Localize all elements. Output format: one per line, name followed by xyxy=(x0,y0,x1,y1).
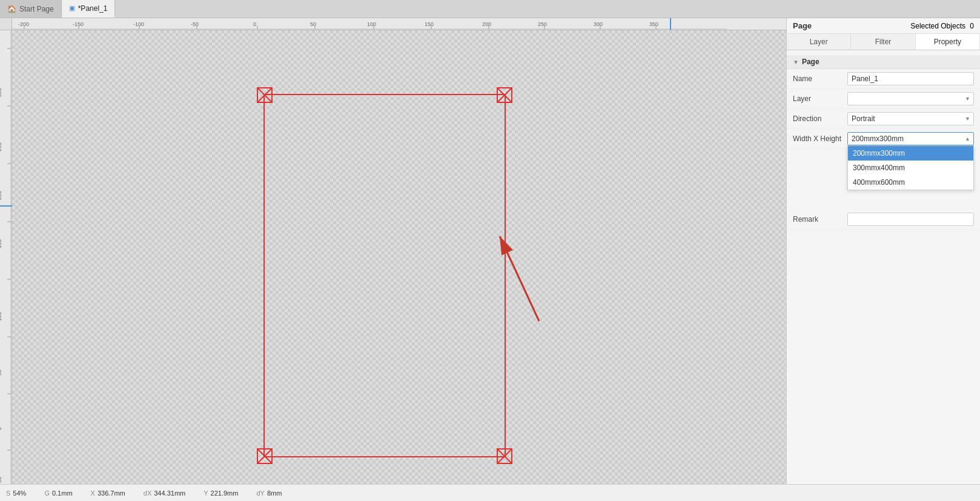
width-height-display[interactable]: 200mmx300mm xyxy=(847,132,974,145)
width-height-property-row: Width X Height 200mmx300mm 200mmx300mm xyxy=(787,129,980,149)
svg-text:-150: -150 xyxy=(73,21,84,27)
status-g: G 0.1mm xyxy=(44,489,72,497)
remark-input[interactable] xyxy=(847,213,974,226)
canvas-scroll[interactable]: 300 250 200 150 100 50 xyxy=(0,30,786,484)
layer-value-wrapper xyxy=(847,92,974,105)
panel-header: Page Selected Objects 0 xyxy=(787,18,980,34)
svg-text:300: 300 xyxy=(0,88,2,97)
svg-text:-50: -50 xyxy=(191,21,199,27)
right-panel: Page Selected Objects 0 Layer Filter Pro… xyxy=(786,18,980,484)
corner-bl-svg xyxy=(256,448,273,465)
name-input[interactable] xyxy=(847,72,974,85)
svg-text:250: 250 xyxy=(538,21,547,27)
width-height-select-wrapper[interactable]: 200mmx300mm 200mmx300mm 300mmx400mm 40 xyxy=(847,132,974,145)
g-value: 0.1mm xyxy=(52,489,73,497)
corner-marker-tr xyxy=(496,87,513,104)
tab-start-page[interactable]: 🏠 Start Page xyxy=(0,0,62,18)
direction-select-wrapper: Portrait Landscape xyxy=(847,112,974,125)
section-title: Page xyxy=(802,58,819,66)
page-frame xyxy=(263,94,506,457)
status-x: X 336.7mm xyxy=(91,489,125,497)
dx-value: 344.31mm xyxy=(154,489,185,497)
corner-tl-svg xyxy=(256,87,273,104)
svg-text:150: 150 xyxy=(425,21,434,27)
panel-content: ▼ Page Name Layer xyxy=(787,50,980,484)
name-label: Name xyxy=(793,75,847,83)
svg-text:250: 250 xyxy=(0,142,2,151)
remark-label: Remark xyxy=(793,215,847,224)
direction-value-wrapper: Portrait Landscape xyxy=(847,112,974,125)
svg-text:100: 100 xyxy=(0,312,2,321)
remark-property-row: Remark xyxy=(787,210,980,230)
panel-icon: ▣ xyxy=(69,4,75,12)
panel-section-header: ▼ Page xyxy=(787,55,980,69)
svg-text:200: 200 xyxy=(482,21,491,27)
v-ruler-svg: 300 250 200 150 100 50 xyxy=(0,30,12,484)
remark-value-wrapper xyxy=(847,213,974,226)
tab-layer[interactable]: Layer xyxy=(787,34,851,50)
dropdown-item-400x600[interactable]: 400mmx600mm xyxy=(848,175,973,190)
svg-text:-50: -50 xyxy=(0,477,2,484)
width-height-current-value: 200mmx300mm xyxy=(852,134,904,143)
svg-text:-100: -100 xyxy=(133,21,144,27)
canvas-area: -200 -150 -100 -50 0 xyxy=(0,18,786,484)
corner-marker-br xyxy=(496,448,513,465)
x-value: 336.7mm xyxy=(98,489,125,497)
ruler-row: -200 -150 -100 -50 0 xyxy=(0,18,786,30)
canvas-viewport[interactable] xyxy=(12,30,786,484)
name-property-row: Name xyxy=(787,69,980,89)
dropdown-item-200x300[interactable]: 200mmx300mm xyxy=(848,146,973,161)
corner-tr-svg xyxy=(496,87,513,104)
width-height-dropdown: 200mmx300mm 300mmx400mm 400mmx600mm xyxy=(847,145,974,190)
corner-br-svg xyxy=(496,448,513,465)
svg-text:50: 50 xyxy=(310,21,316,27)
tab-property[interactable]: Property xyxy=(916,34,980,50)
status-y: Y 221.9mm xyxy=(204,489,238,497)
status-bar: S 54% G 0.1mm X 336.7mm dX 344.31mm Y 22… xyxy=(0,484,980,501)
direction-property-row: Direction Portrait Landscape xyxy=(787,109,980,129)
g-label: G xyxy=(44,489,50,497)
tab-panel-1-label: *Panel_1 xyxy=(78,4,108,13)
s-value: 54% xyxy=(13,489,26,497)
horizontal-ruler: -200 -150 -100 -50 0 xyxy=(12,18,786,30)
dx-label: dX xyxy=(144,489,151,497)
selected-objects-text: Selected Objects xyxy=(910,22,965,30)
dy-label: dY xyxy=(256,489,264,497)
tab-filter[interactable]: Filter xyxy=(851,34,915,50)
status-s: S 54% xyxy=(6,489,26,497)
status-dy: dY 8mm xyxy=(256,489,282,497)
svg-text:300: 300 xyxy=(594,21,603,27)
section-arrow-icon: ▼ xyxy=(793,59,799,65)
direction-label: Direction xyxy=(793,114,847,123)
dropdown-item-300x400[interactable]: 300mmx400mm xyxy=(848,161,973,175)
s-label: S xyxy=(6,489,10,497)
width-height-label: Width X Height xyxy=(793,134,847,143)
svg-text:0: 0 xyxy=(253,21,256,27)
name-value-wrapper xyxy=(847,72,974,85)
main-layout: -200 -150 -100 -50 0 xyxy=(0,18,980,484)
x-label: X xyxy=(91,489,95,497)
dy-value: 8mm xyxy=(267,489,282,497)
svg-text:150: 150 xyxy=(0,239,2,248)
tab-start-page-label: Start Page xyxy=(19,5,54,13)
ruler-corner xyxy=(0,18,12,30)
corner-marker-bl xyxy=(256,448,273,465)
svg-text:0: 0 xyxy=(0,427,2,430)
home-icon: 🏠 xyxy=(7,5,16,13)
tab-panel-1[interactable]: ▣ *Panel_1 xyxy=(62,0,116,18)
panel-tabs: Layer Filter Property xyxy=(787,34,980,50)
status-dx: dX 344.31mm xyxy=(144,489,185,497)
layer-select-wrapper xyxy=(847,92,974,105)
y-value: 221.9mm xyxy=(211,489,239,497)
y-label: Y xyxy=(204,489,208,497)
panel-selected-label: Selected Objects 0 xyxy=(910,22,974,30)
layer-select[interactable] xyxy=(847,92,974,105)
width-height-value-wrapper: 200mmx300mm 200mmx300mm 300mmx400mm 40 xyxy=(847,132,974,145)
svg-text:-200: -200 xyxy=(18,21,29,27)
direction-select[interactable]: Portrait Landscape xyxy=(847,112,974,125)
svg-text:350: 350 xyxy=(649,21,658,27)
svg-text:100: 100 xyxy=(367,21,376,27)
svg-text:200: 200 xyxy=(0,191,2,200)
top-bar: 🏠 Start Page ▣ *Panel_1 xyxy=(0,0,980,18)
layer-label: Layer xyxy=(793,95,847,103)
